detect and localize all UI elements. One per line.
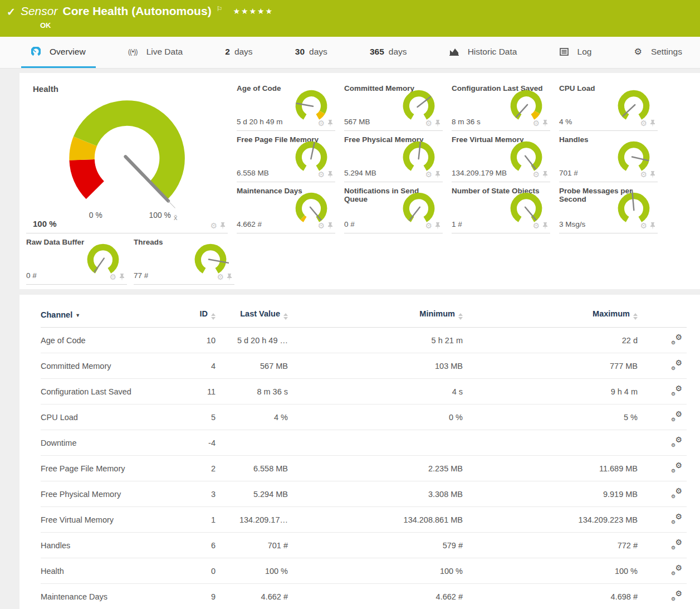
cell-minimum: 579 #: [288, 533, 463, 558]
cell-channel: Age of Code: [41, 328, 160, 353]
tab-30-days[interactable]: 30 days: [285, 37, 337, 68]
pin-icon[interactable]: [327, 120, 333, 127]
channel-settings-icon[interactable]: ⚙⚙: [671, 514, 682, 524]
tab-historic-data[interactable]: Historic Data: [439, 37, 527, 68]
gauge-value: 3 Msg/s: [559, 220, 585, 228]
gear-icon[interactable]: ⚙: [640, 170, 647, 178]
column-header-minimum[interactable]: Minimum: [288, 303, 463, 328]
gauge-value: 77 #: [134, 271, 148, 280]
gear-icon[interactable]: ⚙: [210, 222, 217, 230]
gauge-dial: [293, 188, 330, 225]
channel-settings-icon[interactable]: ⚙⚙: [671, 462, 682, 472]
tab-live-data[interactable]: ((•)) Live Data: [118, 37, 193, 68]
gauge-dial: [293, 85, 330, 122]
gear-icon[interactable]: ⚙: [532, 170, 540, 178]
flag-icon[interactable]: ⚐: [217, 5, 223, 13]
cell-settings: ⚙⚙: [638, 405, 687, 430]
channel-table-panel: Channel▼ ID Last Value Minimum Maximum A…: [19, 295, 700, 609]
cell-channel: Configuration Last Saved: [41, 379, 160, 405]
object-kind-label: Sensor: [21, 4, 58, 18]
gear-icon[interactable]: ⚙: [532, 222, 540, 230]
tab-log[interactable]: Log: [550, 37, 602, 68]
cell-channel: Committed Memory: [41, 353, 160, 379]
cell-minimum: 2.235 MB: [288, 456, 463, 481]
gauge-card-maintenance-days: Maintenance Days 4.662 # ⚙: [237, 182, 335, 233]
gear-icon[interactable]: ⚙: [425, 222, 432, 230]
gear-icon: ⚙: [634, 46, 642, 57]
gear-icon[interactable]: ⚙: [109, 273, 116, 281]
pin-icon[interactable]: [435, 171, 440, 178]
gauge-dial: [400, 137, 437, 173]
tab-label: Overview: [50, 47, 86, 57]
cell-id: 2: [160, 456, 216, 481]
column-header-last-value[interactable]: Last Value: [216, 303, 288, 328]
pin-icon[interactable]: [650, 171, 655, 178]
health-gauge-dial: x̄ 0 % 100 %: [36, 86, 223, 226]
gauge-card-notifications-in-send-queue: Notifications in Send Queue 0 # ⚙: [344, 182, 443, 233]
cell-maximum: 4.698 #: [463, 584, 638, 609]
channel-settings-icon[interactable]: ⚙⚙: [671, 411, 682, 421]
cell-last-value: [216, 430, 288, 456]
gauge-card-threads: Threads 77 # ⚙: [134, 233, 234, 285]
gear-icon[interactable]: ⚙: [425, 119, 432, 127]
column-header-maximum[interactable]: Maximum: [463, 303, 638, 328]
gear-icon[interactable]: ⚙: [217, 273, 224, 281]
tab-2-days[interactable]: 2 days: [215, 37, 262, 68]
sort-icon: [458, 313, 463, 320]
pin-icon[interactable]: [220, 222, 226, 230]
gauge-dial: [508, 188, 545, 225]
tab-label: Log: [577, 47, 592, 57]
pin-icon[interactable]: [435, 120, 440, 127]
column-header-id[interactable]: ID: [160, 303, 216, 328]
cell-settings: ⚙⚙: [638, 533, 687, 558]
gauge-icon: [31, 47, 41, 56]
channel-settings-icon[interactable]: ⚙⚙: [671, 437, 682, 447]
channel-settings-icon[interactable]: ⚙⚙: [671, 539, 682, 549]
gear-icon[interactable]: ⚙: [640, 222, 647, 230]
cell-maximum: 9.919 MB: [463, 481, 638, 507]
priority-stars[interactable]: ★★★★★: [233, 7, 273, 16]
channel-settings-icon[interactable]: ⚙⚙: [671, 591, 682, 601]
pin-icon[interactable]: [435, 222, 440, 230]
channel-settings-icon[interactable]: ⚙⚙: [671, 334, 682, 344]
pin-icon[interactable]: [327, 171, 333, 178]
cell-channel: CPU Load: [41, 405, 160, 430]
gear-icon[interactable]: ⚙: [425, 170, 432, 178]
gear-icon[interactable]: ⚙: [317, 222, 325, 230]
pin-icon[interactable]: [650, 120, 655, 127]
gear-icon[interactable]: ⚙: [532, 119, 540, 127]
gear-icon[interactable]: ⚙: [640, 119, 647, 127]
pin-icon[interactable]: [119, 274, 125, 281]
cell-settings: ⚙⚙: [638, 379, 687, 405]
cell-channel: Free Page File Memory: [41, 456, 160, 481]
gear-icon[interactable]: ⚙: [317, 119, 325, 127]
tab-365-days[interactable]: 365 days: [360, 37, 417, 68]
pin-icon[interactable]: [542, 120, 548, 127]
table-header-row: Channel▼ ID Last Value Minimum Maximum: [41, 303, 687, 328]
cell-maximum: 100 %: [463, 558, 638, 584]
channel-settings-icon[interactable]: ⚙⚙: [671, 488, 682, 498]
page-title: Core Health (Autonomous): [62, 4, 211, 18]
tab-overview[interactable]: Overview: [21, 37, 96, 68]
pin-icon[interactable]: [327, 222, 333, 230]
channel-settings-icon[interactable]: ⚙⚙: [671, 386, 682, 396]
cell-id: 11: [160, 379, 216, 405]
gauge-card-raw-data-buffer: Raw Data Buffer 0 # ⚙: [26, 233, 127, 285]
pin-icon[interactable]: [650, 222, 655, 230]
cell-channel: Free Virtual Memory: [41, 507, 160, 533]
cell-id: 0: [160, 558, 216, 584]
cell-last-value: 4.662 #: [216, 584, 288, 609]
pin-icon[interactable]: [542, 222, 548, 230]
pin-icon[interactable]: [227, 274, 232, 281]
gauge-value: 8 m 36 s: [452, 118, 481, 126]
channel-settings-icon[interactable]: ⚙⚙: [671, 565, 682, 575]
column-header-channel[interactable]: Channel▼: [41, 303, 160, 328]
sensor-header: ✓ Sensor Core Health (Autonomous) ⚐ ★★★★…: [0, 0, 700, 37]
channel-settings-icon[interactable]: ⚙⚙: [671, 360, 682, 370]
cell-last-value: 701 #: [216, 533, 288, 558]
tab-settings[interactable]: ⚙ Settings: [624, 37, 692, 68]
cell-minimum: 4.662 #: [288, 584, 463, 609]
cell-channel: Handles: [41, 533, 160, 558]
pin-icon[interactable]: [542, 171, 548, 178]
gear-icon[interactable]: ⚙: [317, 170, 325, 178]
